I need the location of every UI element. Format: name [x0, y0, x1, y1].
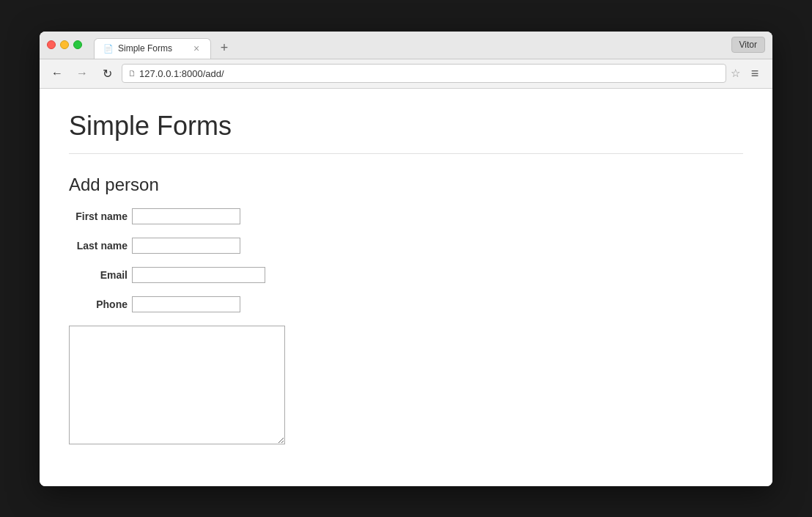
first-name-input[interactable]: [132, 208, 240, 224]
last-name-group: Last name: [69, 238, 743, 254]
last-name-label: Last name: [69, 240, 128, 252]
address-page-icon: 🗋: [128, 69, 136, 78]
bookmark-button[interactable]: ☆: [731, 67, 740, 80]
page-content: Simple Forms Add person First name Last …: [40, 89, 772, 486]
first-name-label: First name: [69, 210, 128, 222]
tab-title-label: Simple Forms: [118, 43, 187, 54]
browser-window: 📄 Simple Forms × + Vitor ← → ↻ 🗋 127.0.0…: [40, 32, 772, 486]
back-button[interactable]: ←: [47, 63, 67, 84]
profile-button[interactable]: Vitor: [731, 37, 765, 53]
email-input[interactable]: [132, 267, 265, 283]
forward-button[interactable]: →: [72, 63, 92, 84]
tab-close-button[interactable]: ×: [191, 43, 202, 54]
phone-input[interactable]: [132, 296, 240, 312]
notes-group: [69, 326, 743, 444]
address-url-text: 127.0.0.1:8000/add/: [139, 68, 720, 79]
title-bar: 📄 Simple Forms × + Vitor: [40, 32, 772, 59]
minimize-button[interactable]: [60, 40, 69, 49]
menu-button[interactable]: ≡: [745, 63, 765, 84]
maximize-button[interactable]: [73, 40, 82, 49]
traffic-lights: [47, 40, 82, 49]
tab-area: 📄 Simple Forms × +: [94, 32, 235, 59]
new-tab-button[interactable]: +: [214, 38, 235, 59]
notes-textarea[interactable]: [69, 326, 285, 444]
last-name-input[interactable]: [132, 238, 240, 254]
browser-tab[interactable]: 📄 Simple Forms ×: [94, 38, 211, 59]
tab-page-icon: 📄: [103, 44, 114, 54]
email-group: Email: [69, 267, 743, 283]
phone-group: Phone: [69, 296, 743, 312]
address-bar[interactable]: 🗋 127.0.0.1:8000/add/: [122, 64, 726, 83]
phone-label: Phone: [69, 298, 128, 310]
close-button[interactable]: [47, 40, 56, 49]
nav-bar: ← → ↻ 🗋 127.0.0.1:8000/add/ ☆ ≡: [40, 59, 772, 89]
refresh-button[interactable]: ↻: [97, 63, 117, 84]
form-section-title: Add person: [69, 175, 743, 195]
email-label: Email: [69, 269, 128, 281]
first-name-group: First name: [69, 208, 743, 224]
page-title: Simple Forms: [69, 111, 743, 154]
